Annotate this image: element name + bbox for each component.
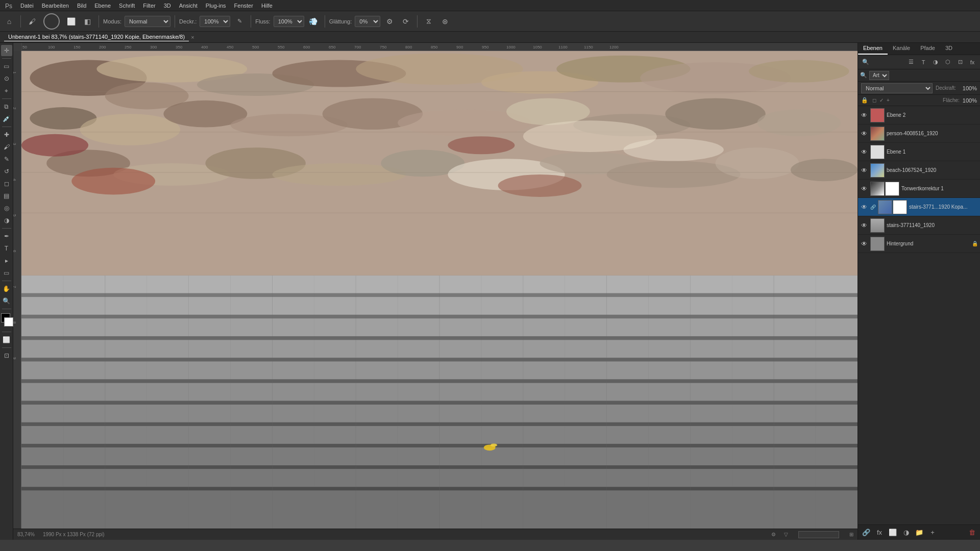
add-layer-btn[interactable]: + [926,527,939,539]
dodge-tool[interactable]: ◑ [1,215,12,226]
layer-visibility-tonwert[interactable]: 👁 [860,185,868,193]
path-select-tool[interactable]: ▸ [1,255,12,266]
gradient-tool[interactable]: ▤ [1,190,12,202]
add-group-btn[interactable]: 📁 [913,527,925,539]
eyedropper-tool[interactable]: 💉 [1,113,12,124]
layer-visibility-beach[interactable]: 👁 [860,166,868,174]
history-brush-tool[interactable]: ↺ [1,166,12,177]
menu-filter[interactable]: Filter [139,2,159,10]
menu-bearbeiten[interactable]: Bearbeiten [38,2,73,10]
canvas[interactable] [21,51,857,529]
svg-text:4: 4 [13,179,17,181]
layers-search-btn[interactable]: 🔍 [860,57,871,68]
brush-options-btn[interactable] [41,14,62,29]
add-style-btn[interactable]: fx [873,527,886,539]
menu-bild[interactable]: Bild [73,2,90,10]
pen-tool[interactable]: ✒ [1,231,12,242]
glattung-select[interactable]: 0% [355,16,380,27]
layer-item-ebene2[interactable]: 👁 Ebene 2 [858,106,980,124]
svg-text:1200: 1200 [609,45,619,49]
menu-ebene[interactable]: Ebene [90,2,115,10]
layer-kind-select[interactable]: Art [869,71,889,80]
blur-tool[interactable]: ◎ [1,203,12,214]
panel-tab-3d[interactable]: 3D [940,43,958,55]
layer-group-btn[interactable]: ⊡ [954,57,966,68]
select-rect-tool[interactable]: ▭ [1,61,12,72]
heal-tool[interactable]: ✚ [1,129,12,140]
statusbar-info-btn[interactable]: ▽ [784,532,788,537]
background-color[interactable] [4,317,13,327]
move-tool[interactable]: ✛ [1,45,12,56]
app-icon: Ps [2,0,14,11]
shape-tool[interactable]: ▭ [1,267,12,279]
add-adjustment-btn[interactable]: ◑ [900,527,912,539]
blend-mode-select[interactable]: Normal [861,83,933,93]
layer-visibility-stairs-copy[interactable]: 👁 [860,203,868,211]
panel-tab-ebenen[interactable]: Ebenen [858,43,888,55]
menu-fenster[interactable]: Fenster [230,2,257,10]
fluss-select[interactable]: 100% [274,16,304,27]
svg-point-48 [80,114,181,145]
layer-item-beach[interactable]: 👁 beach-1067524_1920 [858,161,980,180]
home-button[interactable]: ⌂ [2,14,16,29]
menu-plugins[interactable]: Plug-ins [202,2,230,10]
layer-visibility-ebene1[interactable]: 👁 [860,148,868,156]
menu-3d[interactable]: 3D [160,2,175,10]
delete-layer-btn[interactable]: 🗑 [966,527,978,539]
symmetry-btn[interactable]: ⧖ [422,14,436,29]
eraser-tool[interactable]: ◻ [1,178,12,189]
magic-select-tool[interactable]: ⌖ [1,85,12,96]
add-mask-btn[interactable]: ⬜ [887,527,899,539]
layer-item-person[interactable]: 👁 person-4008516_1920 [858,124,980,143]
menu-schrift[interactable]: Schrift [115,2,139,10]
panel-tab-kanale[interactable]: Kanäle [888,43,915,55]
link-layers-btn[interactable]: 🔗 [860,527,872,539]
layer-text-btn[interactable]: T [918,57,929,68]
menu-ansicht[interactable]: Ansicht [175,2,202,10]
layer-item-hintergrund[interactable]: 👁 Hintergrund 🔒 [858,235,980,253]
layer-effect-btn[interactable]: fx [967,57,978,68]
layer-visibility-person[interactable]: 👁 [860,130,868,138]
layer-item-tonwert[interactable]: 👁 Tonwertkorrektur 1 [858,180,980,198]
statusbar-settings-btn[interactable]: ⚙ [771,532,776,537]
layer-visibility-hintergrund[interactable]: 👁 [860,240,868,248]
lasso-tool[interactable]: ⊙ [1,73,12,84]
layer-adjust-btn[interactable]: ◑ [930,57,941,68]
brush-tool-btn[interactable]: 🖌 [25,14,39,29]
brush-mask-btn[interactable]: ◧ [80,14,94,29]
crop-tool[interactable]: ⧉ [1,101,12,112]
layer-visibility-ebene2[interactable]: 👁 [860,111,868,119]
lock-icon: 🔒 [972,241,978,246]
screen-mode-btn[interactable]: ⊡ [1,350,12,361]
menubar: Ps Datei Bearbeiten Bild Ebene Schrift F… [0,0,980,11]
layer-smart-btn[interactable]: ⬡ [942,57,953,68]
settings-btn[interactable]: ⚙ [382,14,397,29]
deckraft-btn[interactable]: ✎ [232,14,247,29]
pressure-btn[interactable]: ⊛ [438,14,452,29]
canvas-area: 1 2 3 4 5 6 7 8 9 [13,51,857,529]
stamp-tool[interactable]: ✎ [1,154,12,165]
zoom-tool[interactable]: 🔍 [1,295,12,307]
mask-mode-btn[interactable]: ⬜ [1,334,12,345]
layer-name-ebene2: Ebene 2 [887,112,978,118]
hand-tool[interactable]: ✋ [1,283,12,294]
panel-tab-pfade[interactable]: Pfade [915,43,940,55]
brush-preset-btn[interactable]: ⬜ [64,14,78,29]
menu-datei[interactable]: Datei [16,2,38,10]
text-tool[interactable]: T [1,243,12,254]
layer-type-btn[interactable]: ☰ [905,57,917,68]
menu-hilfe[interactable]: Hilfe [257,2,277,10]
statusbar-mode-btn[interactable]: ⊞ [849,532,853,537]
layer-item-stairs-copy[interactable]: 👁 🔗 stairs-3771...1920 Kopa... [858,198,980,216]
angle-btn[interactable]: ⟳ [399,14,413,29]
modus-select[interactable]: Normal [125,16,170,27]
active-tab[interactable]: Unbenannt-1 bei 83,7% (stairs-3771140_19… [4,33,189,41]
deckraft-select[interactable]: 100% [200,16,230,27]
airbrush-btn[interactable]: 💨 [306,14,321,29]
brush-tool[interactable]: 🖌 [1,141,12,153]
opacity-label: Deckraft: [936,85,956,91]
layer-visibility-stairs[interactable]: 👁 [860,221,868,230]
tab-close-btn[interactable]: × [191,34,194,40]
layer-item-stairs[interactable]: 👁 stairs-3771140_1920 [858,216,980,235]
layer-item-ebene1[interactable]: 👁 Ebene 1 [858,143,980,161]
